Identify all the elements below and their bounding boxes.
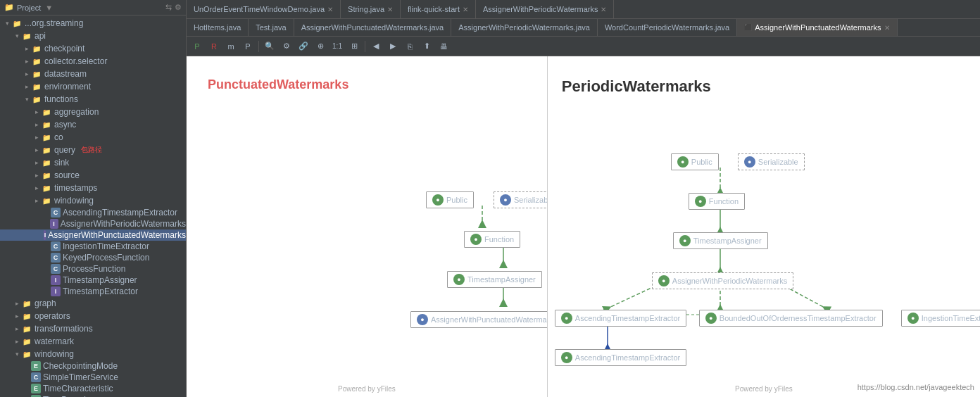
sidebar-item-label: TimestampExtractor <box>63 286 138 296</box>
right-ing-label: IngestionTimeExtractor <box>922 314 980 322</box>
toolbar-copy-icon[interactable]: ⎘ <box>402 39 417 54</box>
toolbar-left-arrow[interactable]: ◀ <box>368 39 384 54</box>
tab-1-label: String.java <box>348 5 384 13</box>
right-periodic-box[interactable]: ● AssignerWithPeriodicWatermarks <box>652 272 793 289</box>
dropdown-icon[interactable]: ▼ <box>45 4 53 12</box>
sidebar-item-label: TimestampAssigner <box>63 275 137 285</box>
toolbar-print-icon[interactable]: 🖶 <box>436 39 451 54</box>
close-tab-0-icon[interactable]: ✕ <box>327 6 333 13</box>
toolbar-p-btn[interactable]: P <box>240 39 256 54</box>
sidebar-collapse-icon[interactable]: ⇆ <box>165 3 172 12</box>
right-ingestion-box[interactable]: ● IngestionTimeExtractor <box>901 310 980 327</box>
second-tab-3[interactable]: Test.java <box>249 19 294 36</box>
right-public-box[interactable]: ● Public <box>671 153 719 170</box>
sidebar-item-collector.selector[interactable]: ▸📁collector.selector <box>0 55 186 68</box>
toolbar-expand-icon[interactable]: ⊕ <box>313 39 328 54</box>
left-function-label: Function <box>484 235 514 244</box>
sidebar-item-TimestampAssigner[interactable]: ITimestampAssigner <box>0 275 186 286</box>
sidebar-item-IngestionTimeExtractor[interactable]: CIngestionTimeExtractor <box>0 241 186 252</box>
toolbar-green-dot[interactable]: P <box>189 39 205 54</box>
sidebar-item-environment[interactable]: ▸📁environment <box>0 80 186 93</box>
sidebar-item-api[interactable]: ▾📁api <box>0 30 186 42</box>
sidebar-item-timestamps[interactable]: ▸📁timestamps <box>0 182 186 194</box>
toolbar-right-arrow[interactable]: ▶ <box>385 39 401 54</box>
sidebar-header: 📁 Project ▼ ⇆ ⚙ <box>0 0 186 15</box>
sidebar-item-label: collector.selector <box>44 56 107 66</box>
sidebar-item-TimeCharacteristic[interactable]: ETimeCharacteristic <box>0 383 186 394</box>
right-asc-label: AscendingTimestampExtractor <box>575 314 680 322</box>
sidebar-item-label: source <box>54 170 80 180</box>
sidebar-item-CheckpointingMode[interactable]: ECheckpointingMode <box>0 360 186 372</box>
left-serializable-box[interactable]: ● Serializable <box>494 191 548 208</box>
second-tab-4[interactable]: HotItems.java <box>187 19 249 36</box>
left-diagram-arrows <box>187 56 547 397</box>
toolbar-red-dot[interactable]: R <box>206 39 222 54</box>
right-serializable-box[interactable]: ● Serializable <box>738 153 805 170</box>
sidebar-settings-icon[interactable]: ⚙ <box>175 3 182 12</box>
sidebar-item-windowing[interactable]: ▸📁windowing <box>0 194 186 207</box>
top-tab-3[interactable]: AssignerWithPeriodicWatermarks✕ <box>476 0 614 18</box>
sidebar-item-transformations[interactable]: ▸📁transformations <box>0 322 186 335</box>
folder-arrow: ▸ <box>23 58 31 65</box>
sidebar-item-query[interactable]: ▸📁query包路径 <box>0 144 186 156</box>
close-tab-3-icon[interactable]: ✕ <box>601 6 606 13</box>
sidebar-item-sink[interactable]: ▸📁sink <box>0 156 186 169</box>
sidebar-item-functions[interactable]: ▾📁functions <box>0 93 186 106</box>
sidebar-item-graph[interactable]: ▸📁graph <box>0 297 186 310</box>
sidebar-item-KeyedProcessFunction[interactable]: CKeyedProcessFunction <box>0 252 186 263</box>
close-tab-1-icon[interactable]: ✕ <box>387 6 393 13</box>
sidebar-item-aggregation[interactable]: ▸📁aggregation <box>0 106 186 118</box>
right-ts-assigner-box[interactable]: ● TimestampAssigner <box>673 232 768 249</box>
sidebar-item-label: environment <box>44 82 91 92</box>
sidebar-item-AssignerWithPunctuatedWatermarks[interactable]: IAssignerWithPunctuatedWatermarks <box>0 229 186 241</box>
right-bounded-box[interactable]: ● BoundedOutOfOrdernessTimestampExtracto… <box>699 310 883 327</box>
sidebar-item-operators[interactable]: ▸📁operators <box>0 310 186 322</box>
toolbar-search-icon[interactable]: 🔍 <box>262 39 277 54</box>
top-tab-2[interactable]: flink-quick-start✕ <box>401 0 476 18</box>
left-function-box[interactable]: ● Function <box>464 231 520 248</box>
second-tab-bar: HotItems.javaTest.javaAssignerWithPunctu… <box>187 19 980 37</box>
left-public-box[interactable]: ● Public <box>426 191 474 208</box>
close-active-tab-icon[interactable]: ✕ <box>884 24 890 32</box>
sidebar-item-AssignerWithPeriodicWatermarks[interactable]: IAssignerWithPeriodicWatermarks <box>0 218 186 229</box>
folder-icon: 📁 <box>31 68 42 80</box>
close-tab-2-icon[interactable]: ✕ <box>463 6 468 13</box>
second-tab-2[interactable]: AssignerWithPunctuatedWatermarks.java <box>294 19 452 36</box>
second-tab-0[interactable]: WordCountPeriodicWatermarks.java <box>598 19 737 36</box>
toolbar-grid-icon[interactable]: ⊞ <box>346 39 362 54</box>
folder-icon: 📁 <box>31 81 42 92</box>
tab-0-label: UnOrderEventTimeWindowDemo.java <box>194 5 325 13</box>
folder-icon: 📁 <box>41 195 52 206</box>
sidebar-item-co[interactable]: ▸📁co <box>0 131 186 144</box>
sidebar-item-source[interactable]: ▸📁source <box>0 169 186 182</box>
sidebar-item-streaming[interactable]: ▾📁...org.streaming <box>0 17 186 30</box>
left-assigner-puncuated-box[interactable]: ● AssignerWithPunctuatedWatermarks <box>410 311 548 328</box>
toolbar-export-icon[interactable]: ⬆ <box>419 39 434 54</box>
second-tab-1[interactable]: AssignerWithPeriodicWatermarks.java <box>451 19 598 36</box>
sidebar-item-checkpoint[interactable]: ▸📁checkpoint <box>0 42 186 55</box>
sidebar: 📁 Project ▼ ⇆ ⚙ ▾📁...org.streaming▾📁api▸… <box>0 0 187 397</box>
sidebar-item-windowing2[interactable]: ▾📁windowing <box>0 348 186 360</box>
active-diagram-tab[interactable]: ⬛ AssignerWithPunctuatedWatermarks ✕ <box>737 19 897 36</box>
sidebar-item-label: timestamps <box>54 183 97 193</box>
left-timestamp-assigner-box[interactable]: ● TimestampAssigner <box>447 271 542 288</box>
right-function-box[interactable]: ● Function <box>689 193 745 210</box>
right-ascending-box[interactable]: ● AscendingTimestampExtractor <box>555 310 686 327</box>
sidebar-item-watermark[interactable]: ▸📁watermark <box>0 335 186 348</box>
right-ascending2-box[interactable]: ● AscendingTimestampExtractor <box>555 349 686 366</box>
sidebar-item-label: checkpoint <box>44 44 84 53</box>
top-tab-1[interactable]: String.java✕ <box>341 0 401 18</box>
toolbar-m-btn[interactable]: m <box>223 39 239 54</box>
sidebar-item-SimpleTimerService[interactable]: CSimpleTimerService <box>0 372 186 383</box>
toolbar-filter-icon[interactable]: ⚙ <box>279 39 294 54</box>
sidebar-item-TimeDomain[interactable]: ETimeDomain <box>0 394 186 397</box>
toolbar-link-icon[interactable]: 🔗 <box>296 39 311 54</box>
sidebar-item-datastream[interactable]: ▸📁datastream <box>0 68 186 80</box>
sidebar-item-TimestampExtractor[interactable]: ITimestampExtractor <box>0 286 186 297</box>
folder-arrow: ▾ <box>23 96 31 103</box>
sidebar-item-async[interactable]: ▸📁async <box>0 118 186 131</box>
top-tab-0[interactable]: UnOrderEventTimeWindowDemo.java✕ <box>187 0 341 18</box>
sidebar-item-ProcessFunction[interactable]: CProcessFunction <box>0 263 186 275</box>
folder-arrow: ▸ <box>23 83 31 90</box>
sidebar-item-AscendingTimestampExtractor[interactable]: CAscendingTimestampExtractor <box>0 207 186 218</box>
